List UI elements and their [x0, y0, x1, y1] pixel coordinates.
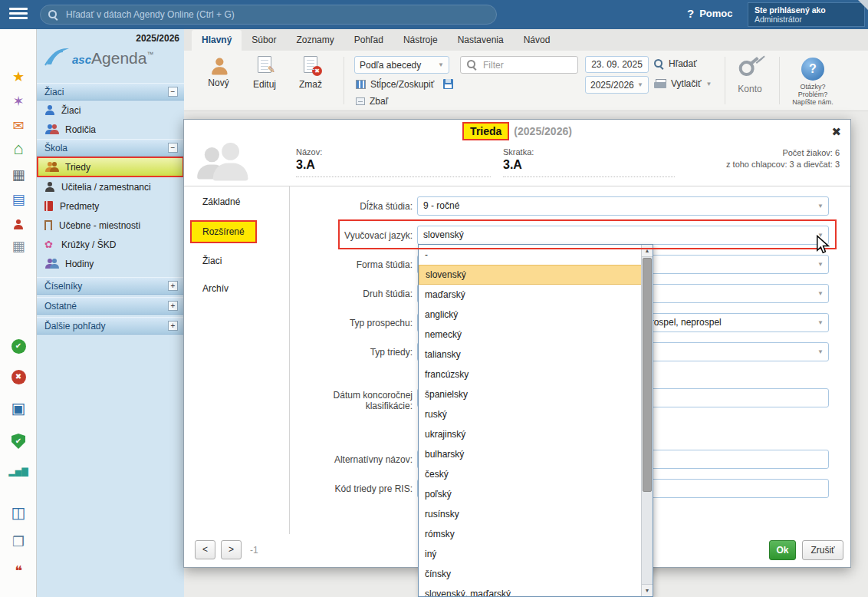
dropdown-option[interactable]: ruský — [419, 404, 643, 424]
search-button[interactable]: Hľadať — [654, 58, 697, 69]
alert-icon[interactable]: ✖ — [0, 367, 37, 384]
star-icon[interactable]: ★ — [0, 69, 37, 84]
ok-button[interactable]: Ok — [769, 540, 796, 560]
dropdown-option[interactable]: iný — [419, 544, 643, 564]
dropdown-option[interactable]: čínsky — [419, 564, 643, 584]
sidebar-item-hodiny[interactable]: Hodiny — [37, 254, 184, 273]
scrollbar-thumb[interactable] — [643, 258, 652, 492]
sidebar-item-rodicia[interactable]: Rodičia — [37, 120, 184, 139]
global-search[interactable] — [40, 5, 497, 25]
sidebar-section-ciselniky[interactable]: Číselníky + — [37, 277, 184, 295]
rooms-icon — [44, 220, 52, 230]
next-record-button[interactable]: > — [221, 540, 242, 559]
tab-archiv[interactable]: Archív — [202, 283, 229, 294]
length-value: 9 - ročné — [423, 200, 459, 211]
sidebar-item-ucitelia[interactable]: Učitelia / zamestnanci — [37, 177, 184, 196]
tab-nastroje[interactable]: Nástroje — [393, 30, 448, 51]
edit-button[interactable]: ✎ Edituj — [244, 56, 285, 90]
menu-icon[interactable] — [9, 8, 28, 21]
chat-icon[interactable]: ❝ — [0, 563, 37, 579]
new-button[interactable]: Nový — [198, 57, 239, 88]
close-icon[interactable]: ✖ — [831, 125, 841, 139]
language-dropdown[interactable]: slovenský ▼ — [417, 226, 829, 245]
dropdown-option[interactable]: poľský — [419, 484, 643, 504]
collapse-toggle[interactable]: − — [168, 143, 178, 153]
collapse-toggle[interactable]: + — [168, 321, 178, 331]
sidebar-item-triedy[interactable]: Triedy — [37, 157, 184, 177]
chart-icon[interactable]: ▂▅▇ — [0, 463, 37, 479]
tab-navod[interactable]: Návod — [514, 30, 561, 51]
check-icon[interactable]: ✔ — [0, 336, 37, 354]
columns-button[interactable]: Stĺpce/Zoskupiť — [356, 79, 434, 90]
tab-ziaci[interactable]: Žiaci — [202, 256, 222, 266]
global-search-input[interactable] — [64, 8, 488, 21]
wand-icon[interactable]: ✶ — [0, 94, 37, 109]
scroll-up-icon[interactable]: ▲ — [642, 245, 653, 257]
chevron-down-icon: ▼ — [817, 226, 824, 244]
dropdown-scrollbar[interactable]: ▲ ▼ — [641, 245, 653, 596]
dropdown-option[interactable]: taliansky — [419, 345, 643, 364]
sidebar-item-ziaci[interactable]: Žiaci — [37, 101, 184, 120]
person-icon[interactable] — [0, 217, 37, 233]
dropdown-option[interactable]: slovenský, maďarský — [419, 584, 643, 597]
tab-subor[interactable]: Súbor — [242, 30, 286, 51]
asc-agenda-logo[interactable]: ascAgenda™ — [44, 46, 153, 66]
shield-icon[interactable]: ✔ — [0, 431, 37, 449]
tab-nastavenia[interactable]: Nastavenia — [448, 30, 514, 51]
questions-button[interactable]: ? Otázky? Problém? Napíšte nám. — [782, 58, 843, 106]
collapse-toggle[interactable]: − — [168, 87, 178, 97]
dropdown-option[interactable]: rómsky — [419, 524, 643, 544]
help-button[interactable]: ? Pomoc — [687, 7, 733, 20]
year-dropdown[interactable]: 2025/2026 ▼ — [585, 76, 649, 94]
tab-pohlad[interactable]: Pohľad — [344, 30, 393, 51]
sidebar-section-ostatne[interactable]: Ostatné + — [37, 297, 184, 315]
sort-value: Podľa abecedy — [360, 60, 421, 71]
timetable-icon[interactable]: ▦ — [0, 167, 37, 183]
user-menu[interactable]: Ste prihlásený ako Administrátor — [748, 2, 865, 27]
sidebar-section-ziaci[interactable]: Žiaci − — [37, 83, 184, 101]
dropdown-option[interactable]: ukrajinský — [419, 424, 643, 444]
copy-icon[interactable]: ❐ — [0, 534, 37, 549]
length-dropdown[interactable]: 9 - ročné ▼ — [417, 196, 829, 216]
book-icon[interactable]: ▤ — [0, 192, 37, 207]
dropdown-option[interactable]: francúzsky — [419, 364, 643, 384]
tab-zakladne[interactable]: Základné — [202, 196, 240, 207]
calendar-icon[interactable]: ▦ — [0, 239, 37, 254]
delete-button[interactable]: ✖ Zmaž — [290, 56, 331, 90]
dropdown-option[interactable]: španielsky — [419, 384, 643, 404]
sidebar-item-ucebne[interactable]: Učebne - miestnosti — [37, 216, 184, 235]
tab-zoznamy[interactable]: Zoznamy — [286, 30, 344, 51]
filter-box[interactable] — [460, 56, 578, 74]
dropdown-option[interactable]: nemecký — [419, 325, 643, 345]
dropdown-option[interactable]: - — [419, 245, 643, 265]
print-button[interactable]: Vytlačiť ▼ — [654, 78, 712, 89]
sidebar-item-kruzky[interactable]: ✿ Krúžky / ŠKD — [37, 235, 184, 254]
dropdown-option[interactable]: český — [419, 464, 643, 484]
mail-icon[interactable]: ✉ — [0, 118, 37, 134]
scroll-down-icon[interactable]: ▼ — [642, 584, 653, 596]
briefcase-icon[interactable]: ▣ — [0, 401, 37, 416]
collapse-toggle[interactable]: + — [168, 301, 178, 311]
dropdown-option-selected[interactable]: slovenský — [419, 265, 643, 285]
prev-record-button[interactable]: < — [195, 540, 215, 559]
sidebar-section-skola[interactable]: Škola − — [37, 139, 184, 157]
account-button[interactable]: Konto — [727, 55, 773, 94]
tab-hlavny[interactable]: Hlavný — [192, 30, 242, 51]
tab-rozsirene[interactable]: Rozšírené — [190, 220, 257, 243]
collapse-toggle[interactable]: + — [168, 281, 178, 291]
sidebar-item-predmety[interactable]: Predmety — [37, 196, 184, 216]
dropdown-option[interactable]: rusínsky — [419, 504, 643, 524]
form-label: Forma štúdia: — [291, 259, 413, 270]
cancel-button[interactable]: Zrušiť — [802, 540, 843, 560]
collapse-button[interactable]: Zbaľ — [356, 96, 388, 107]
date-box[interactable]: 23. 09. 2025 — [585, 56, 649, 73]
dropdown-option[interactable]: anglický — [419, 305, 643, 325]
sort-dropdown[interactable]: Podľa abecedy ▼ — [354, 56, 449, 74]
save-layout-icon[interactable] — [443, 79, 453, 89]
dropdown-option[interactable]: maďarský — [419, 285, 643, 305]
building-icon[interactable]: ◫ — [0, 505, 37, 520]
dropdown-option[interactable]: bulharský — [419, 444, 643, 464]
sidebar-section-dalsie-pohlady[interactable]: Ďalšie pohľady + — [37, 317, 184, 335]
language-value: slovenský — [423, 229, 464, 240]
home-icon[interactable]: ⌂ — [0, 141, 37, 157]
